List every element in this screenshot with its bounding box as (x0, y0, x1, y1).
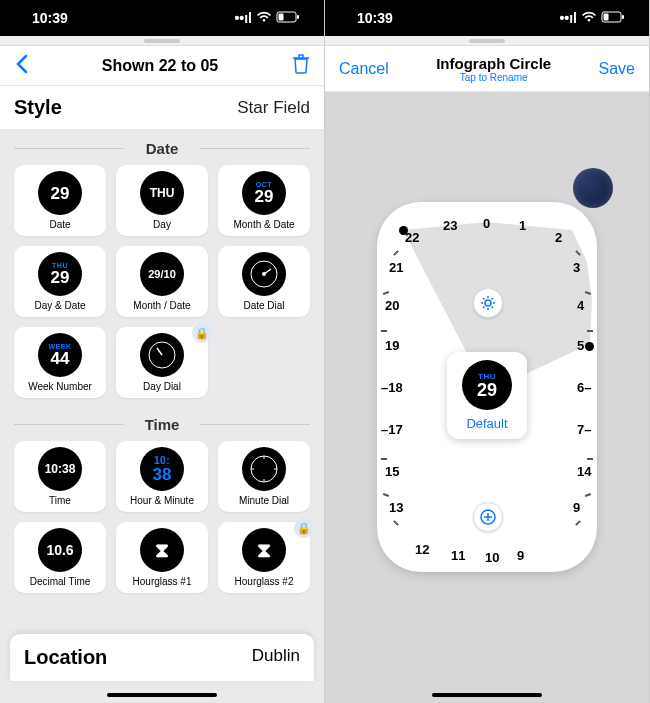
watch-face[interactable]: 23 0 1 2 22 21 3 20 4 19 5 –18 6– –17 7–… (377, 202, 597, 572)
wifi-icon (581, 10, 597, 26)
card-week-number[interactable]: WEEK44Week Number (14, 327, 106, 398)
hour-9: 9 (573, 500, 580, 515)
card-day-dial[interactable]: 🔒Day Dial (116, 327, 208, 398)
hour-15: 13 (389, 500, 403, 515)
hour-6-dash: 6– (577, 380, 591, 395)
cancel-button[interactable]: Cancel (339, 60, 389, 78)
status-time: 10:39 (357, 10, 393, 26)
sheet-handle[interactable] (0, 36, 324, 46)
hour-4: 4 (577, 298, 584, 313)
time-grid: 10:38Time 10:38Hour & Minute Minute Dial… (0, 441, 324, 601)
style-value: Star Field (237, 98, 310, 118)
signal-icon: ••ıl (234, 10, 252, 26)
hour-13: 11 (451, 548, 465, 563)
add-button[interactable] (473, 502, 503, 532)
status-time: 10:39 (32, 10, 68, 26)
card-day-date[interactable]: THU29Day & Date (14, 246, 106, 317)
card-hourglass-2[interactable]: 🔒⧗Hourglass #2 (218, 522, 310, 593)
hour-21: 21 (389, 260, 403, 275)
card-month-date[interactable]: OCT29Month & Date (218, 165, 310, 236)
svg-line-7 (157, 348, 162, 355)
center-complication[interactable]: THU 29 Default (447, 352, 527, 439)
range-end-handle[interactable] (585, 342, 594, 351)
status-bar: 10:39 ••ıl (325, 0, 649, 36)
hour-8: 14 (577, 464, 591, 479)
hour-17-dash: –17 (381, 422, 403, 437)
range-start-handle[interactable] (399, 226, 408, 235)
editor-title[interactable]: Infograph Circle Tap to Rename (436, 55, 551, 83)
page-title: Shown 22 to 05 (102, 57, 218, 75)
wifi-icon (256, 10, 272, 26)
center-label: Default (455, 416, 519, 431)
svg-rect-15 (622, 15, 624, 19)
phone-left: 10:39 ••ıl Shown 22 to 05 Style Star Fie… (0, 0, 325, 703)
sheet-handle[interactable] (325, 36, 649, 46)
card-day[interactable]: THUDay (116, 165, 208, 236)
svg-point-17 (485, 300, 491, 306)
hour-18-dash: –18 (381, 380, 403, 395)
delete-button[interactable] (292, 54, 310, 78)
location-row[interactable]: Location Dublin (10, 634, 314, 681)
hour-2: 2 (555, 230, 562, 245)
card-time[interactable]: 10:38Time (14, 441, 106, 512)
scroll-area[interactable]: Date 29Date THUDay OCT29Month & Date THU… (0, 130, 324, 703)
card-date[interactable]: 29Date (14, 165, 106, 236)
card-date-dial[interactable]: Date Dial (218, 246, 310, 317)
hour-3: 3 (573, 260, 580, 275)
svg-rect-14 (604, 14, 609, 21)
hour-0: 0 (483, 216, 490, 231)
card-month-slash-date[interactable]: 29/10Month / Date (116, 246, 208, 317)
home-indicator[interactable] (107, 693, 217, 697)
svg-point-8 (251, 456, 277, 482)
location-value: Dublin (252, 646, 300, 669)
hour-16: 15 (385, 464, 399, 479)
phone-right: 10:39 ••ıl Cancel Infograph Circle Tap t… (325, 0, 650, 703)
hour-5: 5 (577, 338, 584, 353)
svg-rect-2 (297, 15, 299, 19)
status-icons: ••ıl (234, 10, 300, 26)
back-button[interactable] (14, 52, 28, 80)
lock-icon: 🔒 (192, 323, 212, 343)
style-row[interactable]: Style Star Field (0, 86, 324, 130)
location-label: Location (24, 646, 107, 669)
card-decimal-time[interactable]: 10.6Decimal Time (14, 522, 106, 593)
battery-icon (601, 10, 625, 26)
nav-bar: Cancel Infograph Circle Tap to Rename Sa… (325, 46, 649, 92)
hour-23: 23 (443, 218, 457, 233)
hour-7-dash: 7– (577, 422, 591, 437)
settings-button[interactable] (473, 288, 503, 318)
svg-rect-1 (279, 14, 284, 21)
date-grid: 29Date THUDay OCT29Month & Date THU29Day… (0, 165, 324, 406)
hour-1: 1 (519, 218, 526, 233)
nav-bar: Shown 22 to 05 (0, 46, 324, 86)
home-indicator[interactable] (432, 693, 542, 697)
save-button[interactable]: Save (599, 60, 635, 78)
card-hour-minute[interactable]: 10:38Hour & Minute (116, 441, 208, 512)
card-minute-dial[interactable]: Minute Dial (218, 441, 310, 512)
style-label: Style (14, 96, 62, 119)
status-icons: ••ıl (559, 10, 625, 26)
section-date-header: Date (0, 130, 324, 165)
center-main: 29 (477, 381, 497, 399)
section-time-header: Time (0, 406, 324, 441)
hour-19: 19 (385, 338, 399, 353)
hour-20: 20 (385, 298, 399, 313)
status-bar: 10:39 ••ıl (0, 0, 324, 36)
svg-point-5 (262, 272, 266, 276)
card-hourglass-1[interactable]: ⧗Hourglass #1 (116, 522, 208, 593)
hour-12: 10 (485, 550, 499, 565)
subtitle-text: Tap to Rename (436, 72, 551, 83)
hour-11: 9 (517, 548, 524, 563)
battery-icon (276, 10, 300, 26)
title-text: Infograph Circle (436, 55, 551, 72)
editor-canvas[interactable]: 23 0 1 2 22 21 3 20 4 19 5 –18 6– –17 7–… (325, 92, 649, 703)
hour-14: 12 (415, 542, 429, 557)
signal-icon: ••ıl (559, 10, 577, 26)
lock-icon: 🔒 (294, 518, 314, 538)
